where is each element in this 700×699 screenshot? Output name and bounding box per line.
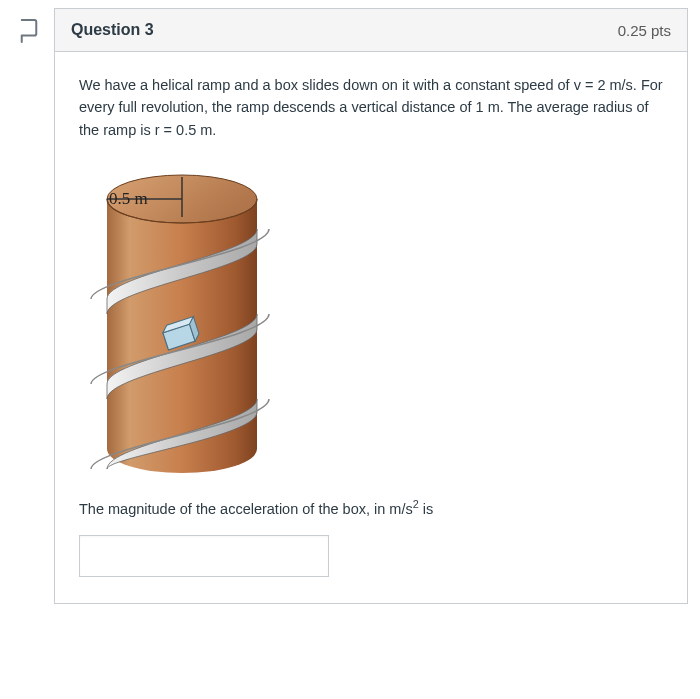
prompt-text-post: is [419,501,434,517]
flag-icon[interactable] [19,18,39,44]
question-title: Question 3 [71,21,154,39]
question-card: Question 3 0.25 pts We have a helical ra… [54,8,688,604]
radius-label: 0.5 m [109,189,148,209]
question-page: Question 3 0.25 pts We have a helical ra… [0,0,700,612]
prompt-text-pre: The magnitude of the acceleration of the… [79,501,413,517]
question-prompt: The magnitude of the acceleration of the… [79,499,663,521]
question-body: We have a helical ramp and a box slides … [55,52,687,603]
question-text: We have a helical ramp and a box slides … [79,74,663,141]
answer-input[interactable] [79,535,329,577]
answer-container [79,535,329,577]
question-header: Question 3 0.25 pts [55,9,687,52]
question-points: 0.25 pts [618,22,671,39]
flag-column [4,8,54,44]
helical-ramp-illustration: 0.5 m [79,159,289,479]
